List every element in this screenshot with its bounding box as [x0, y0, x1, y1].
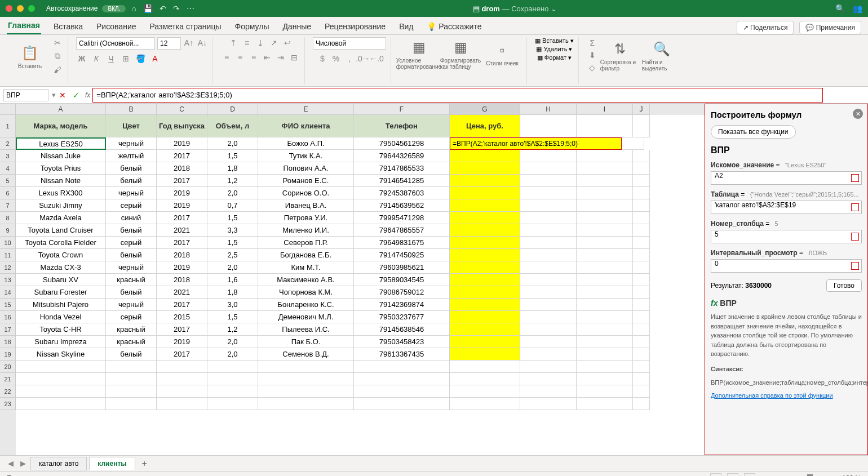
row-header[interactable]: 18 [0, 336, 16, 348]
formula-input[interactable] [92, 88, 823, 103]
tab-view[interactable]: Вид [398, 19, 414, 34]
cell[interactable]: 2,5 [207, 249, 258, 261]
cell[interactable] [577, 286, 633, 299]
cell[interactable] [354, 398, 450, 410]
cell[interactable]: 2,0 [207, 348, 258, 361]
cell[interactable] [577, 385, 633, 398]
header-cell[interactable]: Телефон [354, 115, 450, 137]
tab-data[interactable]: Данные [281, 19, 312, 34]
cell[interactable]: Toyota C-HR [16, 323, 106, 336]
col-header-I[interactable]: I [577, 104, 633, 115]
decrease-font-icon[interactable]: A↓ [197, 37, 208, 48]
cell[interactable]: 79644326589 [354, 150, 450, 162]
cell[interactable] [520, 385, 577, 398]
cell[interactable] [633, 212, 650, 224]
cell[interactable]: 2021 [157, 286, 207, 299]
cell[interactable] [520, 199, 577, 212]
cell[interactable] [633, 175, 650, 187]
cell[interactable]: 2015 [157, 311, 207, 323]
tab-insert[interactable]: Вставка [52, 19, 84, 34]
cell[interactable] [577, 348, 633, 361]
cell[interactable] [258, 398, 354, 410]
cell[interactable] [207, 385, 258, 398]
comments-button[interactable]: 💬 Примечания [799, 21, 861, 34]
indent-right-icon[interactable]: ⇥ [275, 52, 286, 63]
cell[interactable] [207, 373, 258, 385]
row-header[interactable]: 12 [0, 261, 16, 274]
cell[interactable]: Пак Б.О. [258, 336, 354, 348]
font-size-select[interactable] [157, 37, 181, 50]
cell[interactable]: черный [106, 137, 157, 150]
cell-styles-button[interactable]: ▫Стили ячеек [482, 40, 522, 66]
cell[interactable] [577, 115, 633, 137]
cell[interactable] [520, 311, 577, 323]
done-button[interactable]: Готово [826, 279, 862, 292]
cell[interactable]: Петрова У.И. [258, 212, 354, 224]
cell[interactable]: белый [106, 348, 157, 361]
cell[interactable]: Mitsubishi Pajero [16, 299, 106, 311]
active-formula-cell[interactable]: =ВПР(A2;'каталог авто'!$A$2:$E$19;5;0) [450, 137, 622, 150]
cell[interactable]: Honda Vezel [16, 311, 106, 323]
cell[interactable] [16, 398, 106, 410]
cell[interactable]: черный [106, 261, 157, 274]
zoom-in-icon[interactable]: + [832, 474, 836, 477]
cell[interactable] [450, 162, 520, 175]
cell[interactable] [520, 249, 577, 261]
cell[interactable]: 2017 [157, 150, 207, 162]
arg4-input[interactable]: 0 [711, 259, 862, 273]
cell[interactable]: 2017 [157, 175, 207, 187]
cell[interactable]: Иванец В.А. [258, 199, 354, 212]
cell[interactable]: 79503237677 [354, 311, 450, 323]
row-header[interactable]: 19 [0, 348, 16, 361]
cell[interactable]: Пылеева И.С. [258, 323, 354, 336]
cell[interactable] [633, 162, 650, 175]
row-header[interactable]: 21 [0, 373, 16, 385]
cell[interactable]: 2,0 [207, 137, 258, 150]
header-cell[interactable]: Цвет [106, 115, 157, 137]
cell[interactable]: 79504561298 [354, 137, 450, 150]
chevron-down-icon[interactable]: ⌄ [551, 5, 557, 13]
cell[interactable] [577, 336, 633, 348]
cell[interactable] [577, 199, 633, 212]
row-header[interactable]: 11 [0, 249, 16, 261]
cell[interactable] [520, 336, 577, 348]
range-select-icon[interactable] [851, 203, 859, 211]
cell[interactable] [258, 361, 354, 373]
cell[interactable] [258, 385, 354, 398]
header-cell[interactable]: Объем, л [207, 115, 258, 137]
cell[interactable]: 2018 [157, 249, 207, 261]
tab-layout[interactable]: Разметка страницы [149, 19, 223, 34]
cell[interactable] [633, 150, 650, 162]
prev-sheet-icon[interactable]: ◀ [6, 459, 16, 468]
cell[interactable] [577, 361, 633, 373]
cell[interactable]: 0,7 [207, 199, 258, 212]
cell[interactable]: белый [106, 286, 157, 299]
cell[interactable] [450, 261, 520, 274]
cell[interactable]: 2,0 [207, 336, 258, 348]
row-header[interactable]: 7 [0, 199, 16, 212]
cell[interactable]: Северов П.Р. [258, 237, 354, 249]
cell[interactable] [354, 385, 450, 398]
search-icon[interactable]: 🔍 [835, 4, 845, 13]
cell[interactable] [354, 361, 450, 373]
accept-formula-button[interactable]: ✓ [69, 88, 83, 102]
autosave-toggle[interactable]: ВКЛ. [102, 5, 126, 12]
row-header[interactable]: 2 [0, 137, 16, 150]
copy-icon[interactable]: ⧉ [52, 51, 63, 62]
cell[interactable] [520, 323, 577, 336]
minimize-window-icon[interactable] [17, 5, 24, 12]
cell[interactable]: 2017 [157, 348, 207, 361]
cell[interactable] [633, 286, 650, 299]
cell[interactable] [450, 237, 520, 249]
col-header-A[interactable]: A [16, 104, 106, 115]
cell[interactable]: Романов Е.С. [258, 175, 354, 187]
cell[interactable] [157, 385, 207, 398]
cell[interactable]: 2019 [157, 199, 207, 212]
cell[interactable]: белый [106, 162, 157, 175]
cell[interactable] [520, 212, 577, 224]
increase-font-icon[interactable]: A↑ [183, 37, 194, 48]
row-header[interactable]: 6 [0, 187, 16, 199]
cell[interactable] [207, 361, 258, 373]
cell[interactable] [450, 212, 520, 224]
col-header-H[interactable]: H [520, 104, 577, 115]
